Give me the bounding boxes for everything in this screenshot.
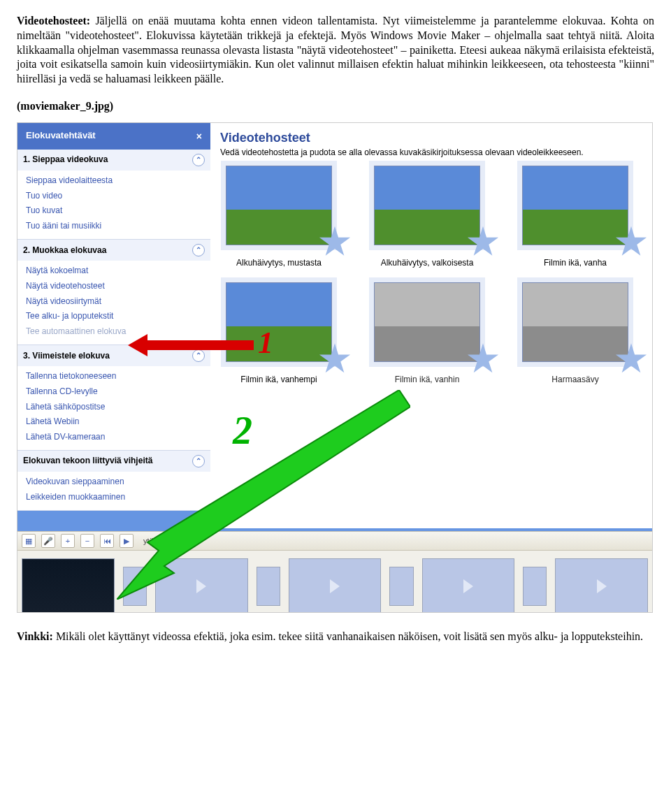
effects-panel: Videotehosteet Vedä videotehostetta ja p…	[210, 123, 652, 528]
effect-thumb[interactable]: Alkuhäivytys, valkoisesta	[368, 166, 486, 269]
storyboard-clip[interactable]	[555, 558, 648, 613]
tool-button[interactable]: ▦	[22, 534, 36, 548]
sidebar-item-import-video[interactable]: Tuo video	[17, 189, 210, 204]
star-icon	[615, 343, 647, 375]
panel-subtitle: Vedä videotehostetta ja pudota se alla o…	[220, 147, 642, 159]
group-capture: 1. Sieppaa videokuva ⌃ Sieppaa videolait…	[17, 150, 210, 240]
sidebar-item-send-dv[interactable]: Lähetä DV-kameraan	[17, 430, 210, 445]
annotation-number-2: 2	[233, 405, 252, 456]
zoom-out-button[interactable]: −	[80, 534, 94, 548]
play-button[interactable]: ▶	[120, 534, 134, 548]
transition-slot[interactable]	[123, 567, 147, 606]
sidebar-title: Elokuvatehtävät	[26, 130, 96, 142]
paragraph-tip: Vinkki: Mikäli olet käyttänyt videossa e…	[17, 630, 654, 644]
effect-thumb[interactable]: Filmin ikä, vanhin	[368, 282, 486, 386]
sidebar-item-save-computer[interactable]: Tallenna tietokoneeseen	[17, 369, 210, 384]
sidebar-item-save-cd[interactable]: Tallenna CD-levylle	[17, 384, 210, 400]
storyboard-clip[interactable]	[155, 558, 248, 613]
group-tips: Elokuvan tekoon liittyviä vihjeitä ⌃ Vid…	[17, 451, 210, 511]
star-icon	[615, 226, 647, 259]
group-edit: 2. Muokkaa elokuvaa ⌃ Näytä kokoelmat Nä…	[17, 240, 210, 345]
sidebar-item-import-pictures[interactable]: Tuo kuvat	[17, 203, 210, 219]
play-icon	[196, 579, 206, 593]
chevron-up-icon[interactable]: ⌃	[192, 349, 205, 362]
tool-button[interactable]: 🎤	[41, 534, 55, 548]
star-icon	[319, 343, 351, 375]
play-icon	[330, 579, 340, 593]
close-icon[interactable]: ×	[196, 130, 202, 143]
group-head-capture[interactable]: 1. Sieppaa videokuva ⌃	[17, 150, 210, 171]
body: Jäljellä on enää muutama kohta ennen vid…	[17, 15, 654, 85]
tasks-sidebar: Elokuvatehtävät × 1. Sieppaa videokuva ⌃…	[17, 123, 210, 528]
sidebar-item-import-audio[interactable]: Tuo ääni tai musiikki	[17, 219, 210, 234]
effect-thumb[interactable]: Harmaasävy	[517, 282, 634, 386]
zoom-in-button[interactable]: +	[61, 534, 75, 548]
timeline-toolbar: ▦ 🎤 + − ⏮ ▶ ytä aikajana	[17, 531, 652, 551]
sidebar-item-tip-capture[interactable]: Videokuvan sieppaaminen	[17, 474, 210, 490]
sidebar-item-video-transitions[interactable]: Näytä videosiirtymät	[17, 294, 210, 310]
sidebar-header: Elokuvatehtävät ×	[17, 123, 210, 150]
star-icon	[467, 343, 499, 375]
storyboard-clip[interactable]	[289, 558, 382, 613]
chevron-up-icon[interactable]: ⌃	[192, 455, 205, 467]
play-icon	[463, 579, 473, 593]
sidebar-item-titles[interactable]: Tee alku- ja lopputekstit	[17, 309, 210, 324]
storyboard-clip[interactable]	[22, 558, 115, 613]
chevron-up-icon[interactable]: ⌃	[192, 154, 205, 166]
transition-slot[interactable]	[389, 567, 413, 606]
effect-thumb[interactable]: Filmin ikä, vanha	[517, 166, 634, 269]
transition-slot[interactable]	[523, 567, 547, 606]
group-head-finish[interactable]: 3. Viimeistele elokuva ⌃	[17, 345, 210, 366]
effect-thumb[interactable]: Alkuhäivytys, mustasta	[220, 166, 338, 269]
sidebar-item-send-email[interactable]: Lähetä sähköpostitse	[17, 400, 210, 415]
group-finish: 3. Viimeistele elokuva ⌃ Tallenna tietok…	[17, 345, 210, 451]
effect-thumb[interactable]: Filmin ikä, vanhempi	[220, 282, 338, 386]
star-icon	[319, 226, 351, 259]
toolbar-label[interactable]: ytä aikajana	[143, 536, 185, 546]
tip-body: Mikäli olet käyttänyt videossa efektiä, …	[53, 630, 643, 642]
storyboard	[17, 551, 652, 613]
storyboard-clip[interactable]	[422, 558, 515, 613]
sidebar-item-collections[interactable]: Näytä kokoelmat	[17, 263, 210, 279]
paragraph-videotehosteet: Videotehosteet: Jäljellä on enää muutama…	[17, 14, 654, 87]
sidebar-item-tip-edit[interactable]: Leikkeiden muokkaaminen	[17, 490, 210, 505]
sidebar-item-automovie: Tee automaattinen elokuva	[17, 324, 210, 340]
annotation-number-1: 1	[258, 323, 273, 363]
group-head-tips[interactable]: Elokuvan tekoon liittyviä vihjeitä ⌃	[17, 451, 210, 472]
sidebar-item-video-effects[interactable]: Näytä videotehosteet	[17, 279, 210, 294]
transition-slot[interactable]	[257, 567, 280, 606]
image-caption: (moviemaker_9.jpg)	[17, 99, 654, 114]
group-head-edit[interactable]: 2. Muokkaa elokuvaa ⌃	[17, 240, 210, 261]
chevron-up-icon[interactable]: ⌃	[192, 244, 205, 256]
rewind-button[interactable]: ⏮	[100, 534, 114, 548]
sidebar-item-send-web[interactable]: Lähetä Webiin	[17, 414, 210, 430]
panel-title: Videotehosteet	[220, 130, 642, 146]
sidebar-item-capture-device[interactable]: Sieppaa videolaitteesta	[17, 173, 210, 189]
lead: Videotehosteet:	[17, 15, 90, 27]
moviemaker-screenshot: Elokuvatehtävät × 1. Sieppaa videokuva ⌃…	[17, 122, 653, 613]
tip-lead: Vinkki:	[17, 630, 53, 642]
star-icon	[467, 226, 499, 259]
play-icon	[597, 579, 607, 593]
